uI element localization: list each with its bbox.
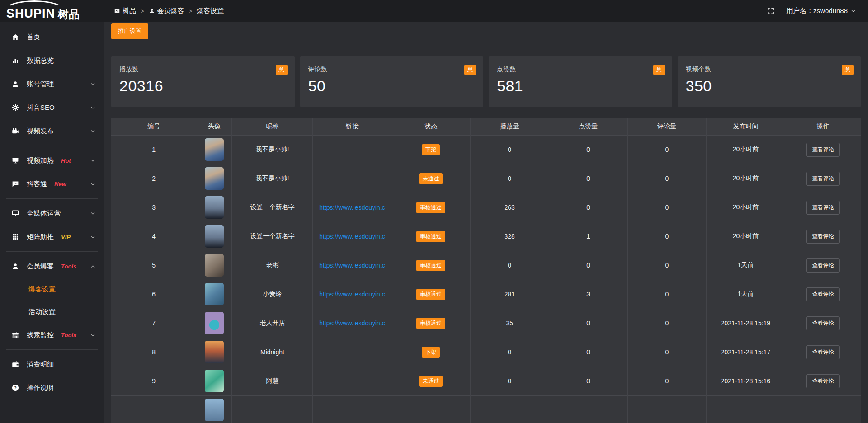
- user-icon: [11, 80, 20, 88]
- breadcrumb-item[interactable]: 树品: [114, 7, 136, 15]
- sidebar-subitem-活动设置[interactable]: 活动设置: [0, 301, 104, 323]
- cell-status: 审核通过: [392, 280, 470, 309]
- sidebar-item-线索监控[interactable]: 线索监控Tools: [0, 323, 104, 347]
- status-badge: 审核通过: [416, 318, 445, 329]
- view-comments-button[interactable]: 查看评论: [806, 316, 840, 330]
- view-comments-button[interactable]: 查看评论: [806, 258, 840, 273]
- cell-link: https://www.iesdouyin.c: [313, 222, 392, 251]
- stat-label: 视频个数: [686, 66, 853, 74]
- status-badge: 审核通过: [416, 202, 445, 213]
- sidebar-item-账号管理[interactable]: 账号管理: [0, 72, 104, 96]
- view-comments-button[interactable]: 查看评论: [806, 230, 840, 244]
- view-comments-button[interactable]: 查看评论: [806, 345, 840, 359]
- status-badge: 审核通过: [416, 231, 445, 242]
- cell-id: 3: [111, 193, 197, 222]
- sidebar-item-首页[interactable]: 首页: [0, 25, 104, 49]
- cell-nickname: 我不是小帅!: [232, 164, 313, 193]
- cell-id: 8: [111, 338, 197, 367]
- column-header-操作: 操作: [785, 118, 861, 135]
- video-link[interactable]: https://www.iesdouyin.c: [319, 291, 385, 298]
- sidebar-item-数据总览[interactable]: 数据总览: [0, 49, 104, 72]
- cell-id: 5: [111, 251, 197, 280]
- avatar: [205, 196, 224, 219]
- cell-comments: 0: [627, 222, 706, 251]
- sidebar-item-label: 会员爆客: [27, 262, 54, 271]
- avatar: [205, 225, 224, 248]
- fullscreen-icon[interactable]: [767, 7, 774, 15]
- top-bar: SHUPIN 树品 树品>会员爆客>爆客设置 用户名：zswodun88: [0, 0, 868, 22]
- promo-settings-button[interactable]: 推广设置: [111, 23, 148, 39]
- cell-likes: 0: [549, 193, 627, 222]
- cell-id: 2: [111, 164, 197, 193]
- sidebar-item-会员爆客[interactable]: 会员爆客Tools: [0, 254, 104, 278]
- cell-nickname: 我不是小帅!: [232, 135, 313, 164]
- wallet-icon: [11, 360, 20, 368]
- sidebar-item-视频发布[interactable]: 视频发布: [0, 119, 104, 143]
- column-header-播放量: 播放量: [470, 118, 549, 135]
- user-menu[interactable]: 用户名：zswodun88: [786, 7, 856, 15]
- video-link[interactable]: https://www.iesdouyin.c: [319, 204, 385, 211]
- cell-comments: 0: [627, 338, 706, 367]
- sidebar-item-全媒体运营[interactable]: 全媒体运营: [0, 202, 104, 225]
- video-link[interactable]: https://www.iesdouyin.c: [319, 262, 385, 269]
- sidebar-item-label: 数据总览: [27, 56, 54, 65]
- breadcrumb-item[interactable]: 爆客设置: [197, 7, 224, 15]
- sidebar-item-label: 线索监控: [27, 331, 54, 339]
- sidebar-divider: [6, 349, 98, 350]
- home-icon: [11, 33, 20, 41]
- cell-status: 审核通过: [392, 193, 470, 222]
- logo: SHUPIN 树品: [0, 0, 104, 22]
- view-comments-button[interactable]: 查看评论: [806, 374, 840, 388]
- cell-avatar: [197, 395, 232, 423]
- sidebar-item-抖音SEO[interactable]: 抖音SEO: [0, 96, 104, 119]
- breadcrumb-label: 爆客设置: [197, 7, 224, 15]
- cell-plays: 0: [470, 164, 549, 193]
- view-comments-button[interactable]: 查看评论: [806, 287, 840, 301]
- stat-total-badge: 总: [464, 65, 476, 75]
- breadcrumb-separator: >: [189, 8, 193, 14]
- breadcrumb-item[interactable]: 会员爆客: [149, 7, 184, 15]
- status-badge: 审核通过: [416, 289, 445, 300]
- stat-total-badge: 总: [842, 65, 854, 75]
- sidebar-item-消费明细[interactable]: 消费明细: [0, 352, 104, 376]
- column-header-点赞量: 点赞量: [549, 118, 627, 135]
- cell-action: 查看评论: [785, 193, 861, 222]
- cell-link: [313, 164, 392, 193]
- table-wrap: 编号头像昵称链接状态播放量点赞量评论量发布时间操作1我不是小帅!下架00020小…: [111, 118, 861, 423]
- sidebar-item-tag: Hot: [61, 157, 71, 164]
- sidebar-item-操作说明[interactable]: ?操作说明: [0, 376, 104, 400]
- screen-icon: [11, 156, 20, 164]
- sidebar-subitem-爆客设置[interactable]: 爆客设置: [0, 278, 104, 301]
- cell-id: [111, 395, 197, 423]
- sidebar-item-矩阵助推[interactable]: 矩阵助推VIP: [0, 225, 104, 249]
- view-comments-button[interactable]: 查看评论: [806, 172, 840, 186]
- view-comments-button[interactable]: 查看评论: [806, 201, 840, 215]
- cell-nickname: 设置一个新名字: [232, 222, 313, 251]
- avatar: [205, 312, 224, 334]
- video-link[interactable]: https://www.iesdouyin.c: [319, 233, 385, 240]
- breadcrumb-separator: >: [141, 8, 144, 14]
- chat-icon: [11, 180, 20, 188]
- sidebar-item-抖客通[interactable]: 抖客通New: [0, 172, 104, 196]
- cell-status: 审核通过: [392, 251, 470, 280]
- svg-text:?: ?: [14, 385, 17, 390]
- status-badge: 审核通过: [416, 260, 445, 271]
- chevron-down-icon: [90, 105, 96, 111]
- breadcrumb: 树品>会员爆客>爆客设置: [114, 7, 224, 15]
- cell-link: https://www.iesdouyin.c: [313, 251, 392, 280]
- video-link[interactable]: https://www.iesdouyin.c: [319, 320, 385, 327]
- person-icon: [149, 8, 155, 14]
- bar-chart-icon: [11, 56, 20, 65]
- logo-arc-decoration: [5, 0, 63, 19]
- sidebar-item-视频加热[interactable]: 视频加热Hot: [0, 149, 104, 172]
- sidebar-item-label: 全媒体运营: [27, 209, 61, 218]
- chevron-down-icon: [90, 181, 96, 187]
- view-comments-button[interactable]: 查看评论: [806, 143, 840, 157]
- status-badge: 未通过: [419, 376, 443, 387]
- cell-id: 6: [111, 280, 197, 309]
- username-label: 用户名：zswodun88: [786, 7, 848, 15]
- cell-nickname: Midnight: [232, 338, 313, 367]
- cell-avatar: [197, 280, 232, 309]
- video-camera-icon: [11, 127, 20, 135]
- stat-total-badge: 总: [653, 65, 665, 75]
